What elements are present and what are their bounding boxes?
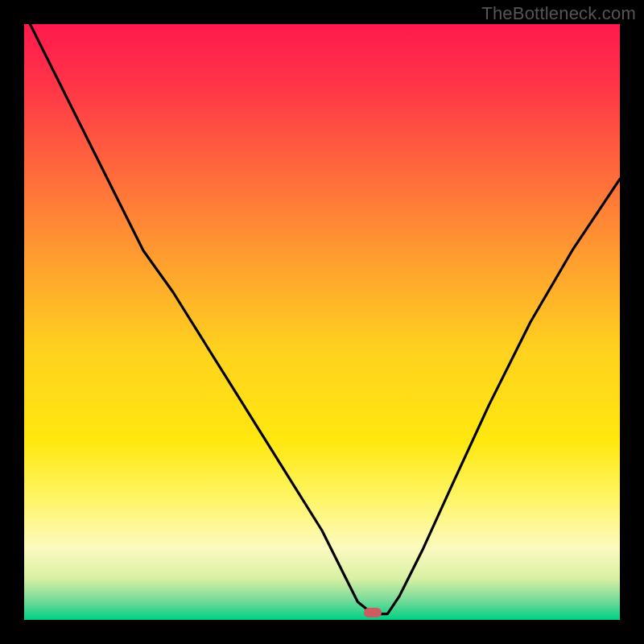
plot-area bbox=[24, 24, 620, 620]
optimal-marker bbox=[364, 608, 382, 617]
watermark-label: TheBottleneck.com bbox=[481, 3, 636, 24]
chart-container: TheBottleneck.com bbox=[0, 0, 644, 644]
bottleneck-curve bbox=[24, 24, 620, 620]
